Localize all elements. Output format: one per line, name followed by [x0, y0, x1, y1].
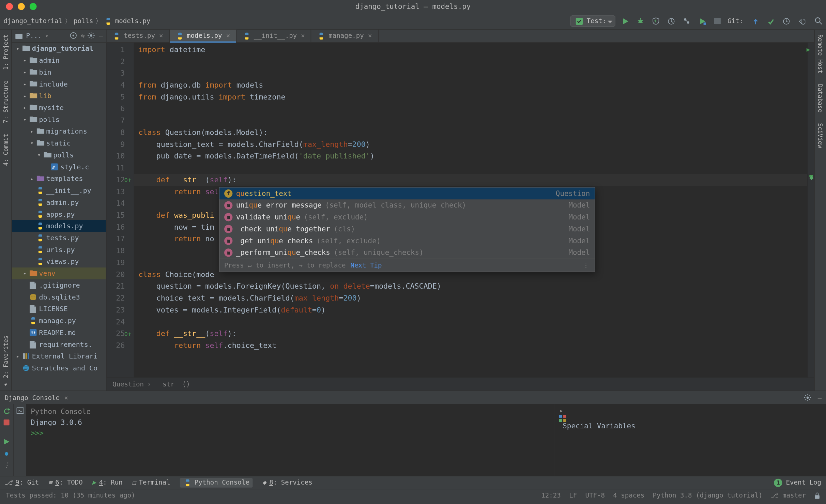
tool-tab-run[interactable]: ▶4: Run [92, 479, 122, 487]
tree-folder[interactable]: ▸admin [12, 55, 106, 66]
close-window-button[interactable] [6, 3, 13, 10]
stop-button[interactable] [2, 418, 11, 427]
close-tab-icon[interactable]: × [368, 32, 372, 40]
completion-item[interactable]: m_perform_unique_checks(self, unique_che… [219, 247, 595, 259]
attach-button[interactable] [698, 17, 706, 25]
tree-file[interactable]: db.sqlite3 [12, 291, 106, 303]
code-line[interactable] [138, 316, 807, 328]
tool-tab-favorites[interactable]: ★ 2: Favorites [2, 333, 10, 391]
close-tab-icon[interactable]: × [64, 394, 68, 402]
tool-tab-sciview[interactable]: SciView [816, 121, 824, 151]
chevron-right-icon[interactable]: ▸ [15, 350, 20, 362]
tree-folder[interactable]: ▸mysite [12, 102, 106, 114]
tree-folder[interactable]: ▾polls [12, 113, 106, 125]
settings-icon[interactable] [88, 32, 95, 40]
override-marker-icon[interactable]: o↑ [124, 174, 132, 186]
tree-file[interactable]: .gitignore [12, 279, 106, 291]
code-line[interactable] [138, 67, 807, 79]
nav-marker-icon[interactable]: ◆ [809, 172, 814, 184]
tool-tab-python-console[interactable]: Python Console [180, 478, 253, 487]
vcs-commit-button[interactable] [767, 17, 775, 25]
console-variables-panel[interactable]: ▸ Special Variables [554, 404, 826, 476]
code-line[interactable] [138, 103, 807, 115]
completion-item[interactable]: munique_error_message(self, model_class,… [219, 199, 595, 211]
tree-folder[interactable]: ▸External Librari [12, 350, 106, 362]
tree-file[interactable]: README.md [12, 326, 106, 338]
tree-folder[interactable]: ▸venv [12, 268, 106, 279]
chevron-right-icon[interactable]: ▸ [30, 173, 34, 185]
status-git-branch[interactable]: ⎇ master [771, 492, 806, 500]
search-everywhere-button[interactable] [814, 17, 822, 25]
tree-folder[interactable]: ▸migrations [12, 125, 106, 137]
completion-next-tip-link[interactable]: Next Tip [350, 259, 382, 271]
tree-file[interactable]: LICENSE [12, 303, 106, 315]
settings-icon[interactable]: ⋮ [2, 461, 11, 469]
console-output[interactable]: Python Console Django 3.0.6 >>> [26, 404, 554, 476]
tree-file[interactable]: #style.c [12, 161, 106, 173]
code-line[interactable] [138, 56, 807, 67]
completion-item[interactable]: mvalidate_unique(self, exclude)Model [219, 211, 595, 223]
select-opened-file-button[interactable] [70, 32, 77, 40]
tree-folder[interactable]: ▸bin [12, 66, 106, 78]
editor-tab[interactable]: models.py× [170, 30, 237, 42]
breadcrumb-item[interactable]: models.py [115, 17, 151, 25]
chevron-down-icon[interactable]: ▾ [45, 33, 48, 39]
tree-folder[interactable]: ▾django_tutorial [12, 43, 106, 55]
tool-tab-terminal[interactable]: ❏Terminal [132, 479, 170, 487]
stop-button[interactable] [713, 17, 721, 25]
chevron-right-icon[interactable]: ▸ [22, 55, 27, 66]
chevron-down-icon[interactable]: ▾ [30, 137, 34, 149]
chevron-right-icon[interactable]: ▸ [22, 268, 27, 279]
editor-gutter[interactable]: 123456789101112o↑13141516171819202122232… [107, 43, 134, 378]
chevron-right-icon[interactable]: ▸ [30, 125, 34, 137]
editor-tab[interactable]: __init__.py× [236, 30, 311, 42]
status-line-separator[interactable]: LF [569, 492, 577, 500]
vcs-history-button[interactable] [782, 17, 791, 25]
code-line[interactable] [138, 162, 807, 174]
project-view-label[interactable]: P... [26, 32, 42, 40]
tree-file[interactable]: apps.py [12, 208, 106, 220]
hide-panel-button[interactable]: — [817, 394, 822, 402]
tree-folder[interactable]: ▾static [12, 137, 106, 149]
code-line[interactable]: from django.db import models [138, 79, 807, 91]
tool-tab-database[interactable]: Database [816, 82, 824, 115]
tree-file[interactable]: views.py [12, 256, 106, 268]
completion-settings-icon[interactable]: ⋮ [583, 259, 590, 271]
coverage-button[interactable] [652, 17, 660, 25]
chevron-down-icon[interactable]: ▾ [15, 43, 20, 55]
code-line[interactable]: votes = models.IntegerField(default=0) [138, 304, 807, 316]
tree-file[interactable]: __init__.py [12, 185, 106, 197]
tool-tab-project[interactable]: 1: Project [2, 32, 10, 72]
minimize-window-button[interactable] [18, 3, 25, 10]
concurrency-button[interactable] [683, 17, 691, 25]
editor-tab[interactable]: tests.py× [107, 30, 170, 42]
status-indent[interactable]: 4 spaces [613, 492, 644, 500]
editor-error-stripe[interactable]: ▶ ◆ [807, 43, 814, 378]
tree-file[interactable]: urls.py [12, 244, 106, 256]
tree-file[interactable]: requirements. [12, 338, 106, 350]
code-line[interactable]: def __str__(self): [138, 328, 807, 340]
tool-tab-todo[interactable]: ≡6: TODO [48, 479, 83, 487]
breadcrumb-item[interactable]: polls [74, 17, 93, 25]
code-line[interactable] [138, 115, 807, 127]
code-editor[interactable]: 123456789101112o↑13141516171819202122232… [107, 43, 814, 378]
tree-folder[interactable]: ▾polls [12, 149, 106, 161]
chevron-right-icon[interactable]: ▸ [22, 78, 27, 90]
status-encoding[interactable]: UTF-8 [585, 492, 605, 500]
chevron-right-icon[interactable]: ▸ [22, 102, 27, 114]
tree-folder[interactable]: ▸lib [12, 90, 106, 102]
completion-item[interactable]: m_get_unique_checks(self, exclude)Model [219, 235, 595, 247]
tree-file[interactable]: admin.py [12, 196, 106, 208]
tree-file[interactable]: tests.py [12, 232, 106, 244]
maximize-window-button[interactable] [30, 3, 37, 10]
debug-button[interactable] [636, 17, 644, 25]
lock-icon[interactable] [814, 492, 820, 499]
override-marker-icon[interactable]: o↑ [124, 328, 132, 340]
profile-button[interactable] [667, 17, 675, 25]
tree-file[interactable]: models.py [12, 220, 106, 232]
status-interpreter[interactable]: Python 3.8 (django_tutorial) [653, 492, 763, 500]
editor-breadcrumbs[interactable]: Question › __str__() [107, 378, 814, 391]
close-tab-icon[interactable]: × [159, 32, 163, 40]
breadcrumb-item[interactable]: django_tutorial [3, 17, 62, 25]
code-line[interactable]: choice_text = models.CharField(max_lengt… [138, 292, 807, 304]
